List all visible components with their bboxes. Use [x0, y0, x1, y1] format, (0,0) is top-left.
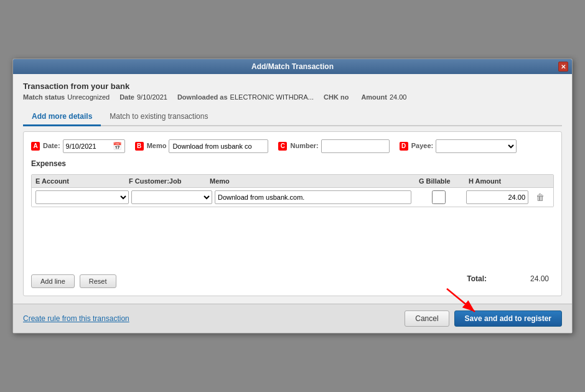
expenses-table: E Account F Customer:Job Memo G Billable… [31, 174, 554, 207]
date-item: Date 9/10/2021 [119, 93, 167, 101]
amount-value: 24.00 [390, 93, 407, 101]
billable-checkbox[interactable] [414, 190, 464, 204]
downloaded-as-value: ELECTRONIC WITHDRA... [230, 93, 314, 101]
create-rule-link[interactable]: Create rule from this transaction [23, 314, 129, 323]
memo-input[interactable] [169, 139, 268, 153]
form-empty-area [31, 213, 554, 263]
number-badge: C [278, 142, 287, 151]
expenses-section: Expenses [31, 159, 554, 168]
tabs: Add more details Match to existing trans… [23, 108, 562, 126]
header-amount: H Amount [469, 177, 531, 185]
customer-job-badge: F [129, 177, 133, 185]
header-delete [531, 177, 550, 185]
bottom-buttons: Add line Reset [31, 269, 116, 288]
date-badge: A [31, 142, 40, 151]
transaction-info-row: Match status Unrecognized Date 9/10/2021… [23, 93, 562, 101]
match-status-value: Unrecognized [67, 93, 110, 101]
header-customer-job: F Customer:Job [129, 177, 210, 185]
cancel-button[interactable]: Cancel [405, 310, 449, 327]
memo-badge: B [135, 142, 144, 151]
payee-badge: D [400, 142, 408, 151]
amount-item: Amount 24.00 [361, 93, 406, 101]
date-field-label: A Date: [31, 142, 60, 151]
reset-button[interactable]: Reset [80, 274, 116, 288]
downloaded-as-item: Downloaded as ELECTRONIC WITHDRA... [177, 93, 314, 101]
bottom-area: Add line Reset Total: 24.00 [31, 269, 554, 288]
amount-label: Amount [361, 93, 387, 101]
payee-field-label: D Payee: [400, 142, 434, 151]
form-section: A Date: 📅 B Memo [23, 131, 562, 296]
header-billable: G Billable [419, 177, 469, 185]
add-line-button[interactable]: Add line [31, 274, 75, 288]
memo-field-group: B Memo [135, 139, 269, 153]
table-header: E Account F Customer:Job Memo G Billable… [32, 175, 553, 188]
downloaded-as-label: Downloaded as [177, 93, 228, 101]
date-input-wrap[interactable]: 📅 [63, 139, 125, 153]
dialog-title: Add/Match Transaction [251, 62, 334, 71]
payee-select[interactable] [436, 139, 517, 153]
dialog: Add/Match Transaction ✕ Transaction from… [12, 58, 573, 334]
date-value: 9/10/2021 [137, 93, 167, 101]
billable-checkbox-cell [414, 190, 464, 204]
total-row: Total: 24.00 [467, 274, 554, 283]
title-bar: Add/Match Transaction ✕ [13, 59, 572, 74]
date-field-group: A Date: 📅 [31, 139, 125, 153]
expenses-label: Expenses [31, 159, 554, 168]
payee-field-group: D Payee: [400, 139, 517, 153]
row-amount-input[interactable] [466, 190, 528, 204]
dialog-content: Transaction from your bank Match status … [13, 74, 572, 304]
billable-badge: G [419, 177, 424, 185]
footer-buttons: Cancel Save and add to register [405, 310, 562, 327]
save-button[interactable]: Save and add to register [454, 310, 562, 327]
tab-match-existing[interactable]: Match to existing transactions [101, 108, 217, 126]
total-value: 24.00 [512, 274, 549, 283]
table-row: 🗑 [32, 188, 553, 207]
header-memo: Memo [210, 177, 419, 185]
amount-badge: H [469, 177, 474, 185]
header-account: E Account [35, 177, 129, 185]
row-memo-input[interactable] [215, 190, 411, 204]
number-field-label: C Number: [278, 142, 318, 151]
match-status-item: Match status Unrecognized [23, 93, 110, 101]
chk-no-item: CHK no [324, 93, 351, 101]
number-field-group: C Number: [278, 139, 389, 153]
calendar-icon[interactable]: 📅 [110, 141, 124, 152]
transaction-section: Transaction from your bank Match status … [23, 82, 562, 101]
delete-row-icon[interactable]: 🗑 [531, 192, 550, 202]
form-row-1: A Date: 📅 B Memo [31, 139, 554, 153]
account-badge: E [35, 177, 40, 185]
close-button[interactable]: ✕ [558, 62, 568, 72]
footer: Create rule from this transaction Cancel… [13, 304, 572, 333]
total-label: Total: [467, 274, 487, 283]
date-label: Date [119, 93, 134, 101]
tab-add-more-details[interactable]: Add more details [23, 108, 101, 126]
date-input[interactable] [63, 141, 110, 151]
match-status-label: Match status [23, 93, 65, 101]
customer-job-select[interactable] [131, 190, 212, 204]
transaction-section-title: Transaction from your bank [23, 82, 562, 91]
number-input[interactable] [321, 139, 390, 153]
memo-field-label: B Memo [135, 142, 167, 151]
chk-no-label: CHK no [324, 93, 349, 101]
account-select[interactable] [35, 190, 129, 204]
